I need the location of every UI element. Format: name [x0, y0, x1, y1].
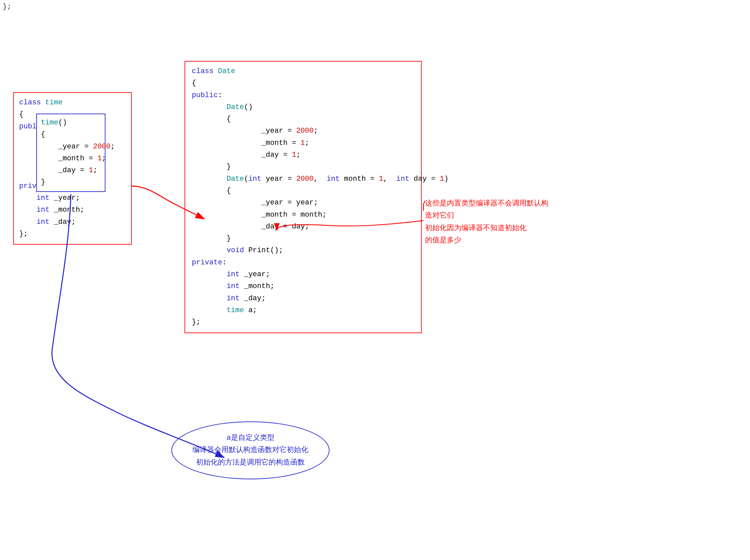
- date-c2-brace: {: [192, 185, 415, 197]
- page-header: };: [3, 3, 11, 11]
- date-int-day: int _day;: [192, 293, 415, 305]
- date-end: };: [192, 316, 415, 328]
- box-time-inner: time() { _year = 2000; _month = 1; _day …: [36, 113, 105, 192]
- date-year: _year = 2000;: [192, 125, 415, 137]
- date-month2: _month = month;: [192, 209, 415, 221]
- date-day2: _day = day;: [192, 221, 415, 233]
- inner-month: _month = 1;: [41, 153, 101, 165]
- annotation-right: 这些是内置类型编译器不会调用默认构造对它们初始化因为编译器不知道初始化的值是多少: [425, 198, 550, 247]
- date-print: void Print();: [192, 245, 415, 256]
- code-semicolon: };: [19, 228, 126, 240]
- code-int-year: int _year;: [19, 192, 126, 204]
- date-constructor2: Date(int year = 2000, int month = 1, int…: [192, 173, 415, 185]
- date-private: private:: [192, 257, 415, 269]
- date-class: class Date: [192, 65, 415, 77]
- annotation-right-text: 这些是内置类型编译器不会调用默认构造对它们初始化因为编译器不知道初始化的值是多少: [425, 200, 548, 245]
- inner-year: _year = 2000;: [41, 141, 101, 153]
- date-int-month: int _month;: [192, 281, 415, 292]
- date-day: _day = 1;: [192, 149, 415, 161]
- header-text: };: [3, 3, 11, 11]
- inner-close: }: [41, 177, 101, 188]
- date-year2: _year = year;: [192, 197, 415, 209]
- date-public: public:: [192, 89, 415, 101]
- date-c-close: }: [192, 161, 415, 173]
- code-class-time: class time: [19, 97, 126, 109]
- code-int-day: int _day;: [19, 216, 126, 228]
- inner-time-func: time(): [41, 117, 101, 129]
- date-c-brace: {: [192, 113, 415, 125]
- inner-brace: {: [41, 129, 101, 141]
- box-date: class Date { public: Date() { _year = 20…: [184, 61, 422, 333]
- annotation-bottom-text: a是自定义类型编译器会用默认构造函数对它初始化初始化的方法是调用它的构造函数: [193, 434, 309, 467]
- date-c2-close: }: [192, 233, 415, 245]
- inner-day: _day = 1;: [41, 165, 101, 177]
- date-int-year: int _year;: [192, 269, 415, 281]
- code-int-month: int _month;: [19, 204, 126, 216]
- date-brace: {: [192, 77, 415, 89]
- date-month: _month = 1;: [192, 137, 415, 149]
- date-time-a: time a;: [192, 305, 415, 316]
- date-constructor: Date(): [192, 101, 415, 113]
- annotation-bottom: a是自定义类型编译器会用默认构造函数对它初始化初始化的方法是调用它的构造函数: [171, 421, 330, 479]
